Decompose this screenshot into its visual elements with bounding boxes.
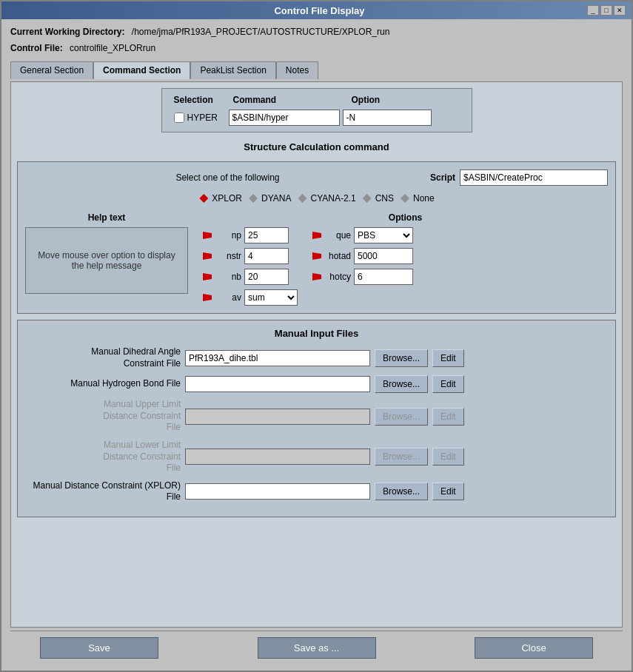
cf-row: Control File: controlfile_XPLORrun xyxy=(10,43,623,53)
cns-radio-icon xyxy=(362,193,372,204)
hotcy-flag-icon xyxy=(312,273,321,280)
cyana-radio-icon xyxy=(297,193,307,204)
radio-xplor[interactable]: XPLOR xyxy=(198,193,242,204)
hotcy-label: hotcy xyxy=(324,272,351,282)
hotad-input[interactable] xyxy=(354,248,413,264)
opt-que: que PBS SGE xyxy=(312,227,413,243)
cwd-value: /home/jma/PfR193A_PROJECT/AUTOSTRUCTURE/… xyxy=(132,27,390,37)
none-label: None xyxy=(413,193,435,204)
upper-label: Manual Upper LimitDistance ConstraintFil… xyxy=(25,399,181,434)
nb-input[interactable] xyxy=(244,269,289,285)
options-grid: np nstr nb xyxy=(203,227,608,306)
close-button-footer[interactable]: Close xyxy=(475,637,593,659)
hbond-label: Manual Hydrogen Bond File xyxy=(25,378,181,390)
xplor-dist-edit-button[interactable]: Edit xyxy=(432,483,464,500)
xplor-label: XPLOR xyxy=(212,193,242,204)
radio-cns[interactable]: CNS xyxy=(362,193,394,204)
bottom-bar: Save Save as ... Close xyxy=(10,631,623,665)
dihedral-edit-button[interactable]: Edit xyxy=(432,349,464,367)
nstr-input[interactable] xyxy=(244,248,289,264)
header-selection: Selection xyxy=(174,95,233,105)
nstr-label: nstr xyxy=(215,251,241,261)
tab-notes[interactable]: Notes xyxy=(276,61,318,79)
radio-none[interactable]: None xyxy=(400,193,435,204)
file-row-hbond: Manual Hydrogen Bond File Browse... Edit xyxy=(25,375,608,393)
script-label: Script xyxy=(430,172,455,183)
xplor-radio-icon xyxy=(198,193,209,204)
options-label: Options xyxy=(203,212,608,223)
upper-browse-button: Browse... xyxy=(375,408,428,426)
opt-av: av sum avg xyxy=(203,289,298,306)
save-button[interactable]: Save xyxy=(40,637,158,659)
title-bar: Control File Display _ □ ✕ xyxy=(1,1,632,19)
options-area: Help text Move mouse over option to disp… xyxy=(25,212,608,306)
opt-nb: nb xyxy=(203,269,298,285)
opt-nstr: nstr xyxy=(203,248,298,264)
radio-cyana[interactable]: CYANA-2.1 xyxy=(297,193,355,204)
av-label: av xyxy=(215,292,241,303)
hyper-command-input[interactable] xyxy=(229,110,340,126)
script-input[interactable] xyxy=(460,169,608,186)
selection-header: Selection Command Option xyxy=(174,95,460,105)
file-row-dihedral: Manual Dihedral AngleConstraint File Bro… xyxy=(25,346,608,369)
xplor-dist-input[interactable] xyxy=(185,483,370,500)
que-label: que xyxy=(324,230,351,241)
cwd-row: Current Working Directory: /home/jma/PfR… xyxy=(10,27,623,37)
window-content: Current Working Directory: /home/jma/PfR… xyxy=(1,19,632,671)
dihedral-input[interactable] xyxy=(185,350,370,366)
lower-label: Manual Lower LimitDistance ConstraintFil… xyxy=(25,440,181,474)
save-as-button[interactable]: Save as ... xyxy=(258,637,376,659)
upper-input[interactable] xyxy=(185,409,370,425)
dihedral-label: Manual Dihedral AngleConstraint File xyxy=(25,346,181,369)
cyana-label: CYANA-2.1 xyxy=(310,193,355,204)
dyana-label: DYANA xyxy=(261,193,291,204)
hyper-option-input[interactable] xyxy=(343,110,432,126)
cf-label: Control File: xyxy=(10,43,63,53)
xplor-dist-label: Manual Distance Constraint (XPLOR)File xyxy=(25,480,181,503)
hbond-edit-button[interactable]: Edit xyxy=(432,375,464,393)
np-input[interactable] xyxy=(244,227,289,243)
dihedral-browse-button[interactable]: Browse... xyxy=(375,349,428,367)
opt-hotad: hotad xyxy=(312,248,413,264)
help-text-label: Help text xyxy=(25,212,188,223)
xplor-dist-browse-button[interactable]: Browse... xyxy=(375,483,428,500)
tab-general[interactable]: General Section xyxy=(10,61,93,79)
none-radio-icon xyxy=(400,193,410,204)
lower-browse-button: Browse... xyxy=(375,448,428,466)
av-select[interactable]: sum avg xyxy=(244,289,298,306)
nstr-flag-icon xyxy=(203,252,212,260)
file-row-lower: Manual Lower LimitDistance ConstraintFil… xyxy=(25,440,608,474)
hbond-browse-button[interactable]: Browse... xyxy=(375,375,428,393)
hotcy-input[interactable] xyxy=(354,269,413,285)
maximize-button[interactable]: □ xyxy=(600,5,612,16)
np-flag-icon xyxy=(203,232,212,239)
que-select[interactable]: PBS SGE xyxy=(354,227,413,243)
dyana-radio-icon xyxy=(248,193,258,204)
minimize-button[interactable]: _ xyxy=(587,5,599,16)
tab-bar: General Section Command Section PeakList… xyxy=(10,61,623,78)
radio-row: XPLOR DYANA CYANA-2.1 CNS xyxy=(25,193,608,204)
help-text-area: Help text Move mouse over option to disp… xyxy=(25,212,188,306)
tab-peaklist[interactable]: PeakList Section xyxy=(190,61,275,79)
lower-input[interactable] xyxy=(185,448,370,465)
close-button[interactable]: ✕ xyxy=(614,5,626,16)
file-row-xplor-dist: Manual Distance Constraint (XPLOR)File B… xyxy=(25,480,608,503)
window-title: Control File Display xyxy=(52,5,587,16)
cf-value: controlfile_XPLORrun xyxy=(70,43,155,53)
cwd-label: Current Working Directory: xyxy=(10,27,124,37)
upper-edit-button: Edit xyxy=(432,408,464,426)
hyper-label: HYPER xyxy=(187,112,218,123)
structure-section-title: Structure Calculation command xyxy=(17,141,616,152)
selection-box: Selection Command Option HYPER xyxy=(161,88,472,132)
file-row-upper: Manual Upper LimitDistance ConstraintFil… xyxy=(25,399,608,434)
opt-hotcy: hotcy xyxy=(312,269,413,285)
tab-command[interactable]: Command Section xyxy=(93,61,190,79)
hyper-checkbox[interactable] xyxy=(174,112,184,123)
hyper-checkbox-area: HYPER xyxy=(174,112,226,123)
help-box: Move mouse over option to display the he… xyxy=(25,227,188,294)
av-flag-icon xyxy=(203,294,212,301)
hbond-input[interactable] xyxy=(185,376,370,392)
radio-dyana[interactable]: DYANA xyxy=(248,193,291,204)
structure-inner-panel: Select one of the following Script XPLOR… xyxy=(17,161,616,314)
np-label: np xyxy=(215,230,241,241)
